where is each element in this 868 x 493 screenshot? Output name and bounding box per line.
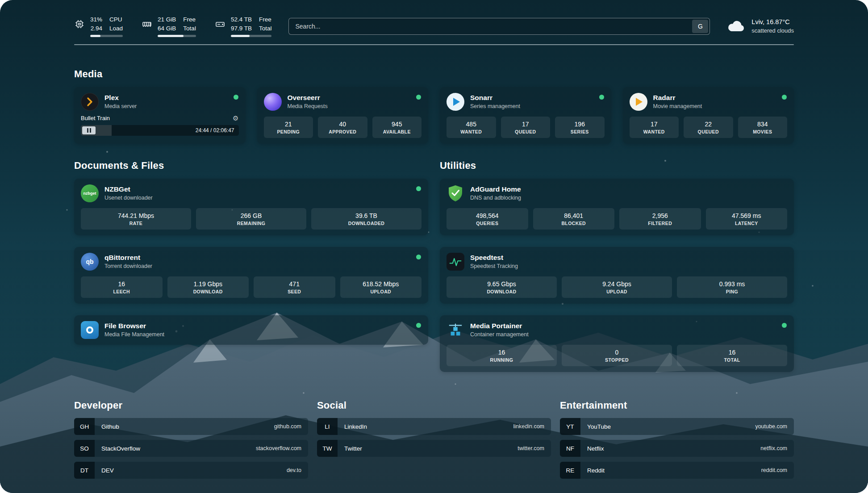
dashboard-screen: 31% 2.94 CPU Load: [0, 0, 868, 493]
bookmark-abbr: SO: [74, 440, 95, 457]
filebrowser-subtitle: Media File Management: [104, 331, 164, 338]
bookmark-linkedin[interactable]: LI LinkedIn linkedin.com: [317, 418, 551, 435]
plex-name: Plex: [104, 93, 137, 103]
stat-tile: 21 PENDING: [264, 117, 313, 138]
speedtest-subtitle: Speedtest Tracking: [470, 263, 518, 270]
search-input[interactable]: [288, 18, 710, 35]
bookmark-dev[interactable]: DT DEV dev.to: [74, 462, 308, 479]
stat-tile: 2,956 FILTERED: [619, 208, 701, 230]
adguard-name: AdGuard Home: [470, 185, 521, 194]
bookmark-github[interactable]: GH Github github.com: [74, 418, 308, 435]
stat-tile: 86,401 BLOCKED: [533, 208, 615, 230]
bookmarks-entertainment: Entertainment YT YouTube youtube.com NF …: [560, 400, 794, 484]
bookmark-twitter[interactable]: TW Twitter twitter.com: [317, 440, 551, 457]
bookmark-reddit[interactable]: RE Reddit reddit.com: [560, 462, 794, 479]
topbar: 31% 2.94 CPU Load: [74, 15, 794, 37]
stat-tile: 17 WANTED: [630, 117, 679, 138]
section-title-developer: Developer: [74, 400, 308, 411]
stat-tile: 9.24 Gbps UPLOAD: [562, 276, 672, 298]
bookmark-abbr: YT: [560, 418, 580, 435]
bookmark-name: DEV: [95, 462, 287, 479]
bookmark-name: Twitter: [338, 440, 517, 457]
bookmark-abbr: RE: [560, 462, 580, 479]
memory-free-value: 21 GiB: [158, 15, 176, 24]
sonarr-status-dot: [599, 95, 604, 100]
stat-tile: 16 RUNNING: [447, 345, 557, 366]
bookmark-abbr: GH: [74, 418, 95, 435]
app-card-adguard[interactable]: AdGuard Home DNS and adblocking 498,564 …: [440, 179, 794, 235]
qbittorrent-icon: qb: [81, 253, 99, 271]
pause-button[interactable]: [82, 126, 96, 134]
disk-free-value: 52.4 TB: [231, 15, 252, 24]
cpu-percent: 31%: [90, 15, 102, 24]
cpu-load-value: 2.94: [91, 24, 102, 33]
adguard-icon: [447, 184, 464, 202]
portainer-subtitle: Container management: [470, 331, 529, 338]
topbar-divider: [74, 44, 794, 45]
stat-tile: 485 WANTED: [447, 117, 496, 138]
memory-icon: [142, 19, 152, 29]
stat-tile: 266 GB REMAINING: [196, 208, 306, 230]
sonarr-subtitle: Series management: [470, 103, 520, 110]
app-card-plex[interactable]: Plex Media server Bullet Train ⚙ 24:44 /…: [74, 87, 246, 144]
section-title-utilities: Utilities: [440, 160, 794, 171]
disk-total-value: 97.9 TB: [231, 24, 252, 33]
app-card-speedtest[interactable]: Speedtest Speedtest Tracking 9.65 Gbps D…: [440, 247, 794, 304]
stat-tile: 0 STOPPED: [562, 345, 672, 366]
middle-columns: Documents & Files nzbget NZBGet Usenet d…: [74, 160, 794, 372]
cpu-label: CPU: [109, 15, 123, 24]
memory-widget: 21 GiB 64 GiB Free Total: [142, 15, 196, 37]
bookmark-youtube[interactable]: YT YouTube youtube.com: [560, 418, 794, 435]
stat-tile: 471 SEED: [254, 276, 335, 298]
bookmark-name: YouTube: [580, 418, 755, 435]
bookmark-name: LinkedIn: [338, 418, 513, 435]
disk-free-label: Free: [259, 15, 272, 24]
bookmark-url: netflix.com: [760, 440, 794, 457]
weather-location-temp: Lviv, 16.87°C: [751, 17, 794, 26]
bookmark-stackoverflow[interactable]: SO StackOverflow stackoverflow.com: [74, 440, 308, 457]
bookmark-abbr: TW: [317, 440, 338, 457]
memory-bar-fill: [158, 35, 183, 37]
cpu-bar: [90, 35, 123, 37]
stat-tile: 9.65 Gbps DOWNLOAD: [447, 276, 557, 298]
bookmark-url: github.com: [274, 418, 308, 435]
stat-tile: 47.569 ms LATENCY: [706, 208, 788, 230]
disk-bar: [231, 35, 272, 37]
app-card-sonarr[interactable]: Sonarr Series management 485 WANTED 17 Q…: [440, 87, 611, 144]
memory-bar: [158, 35, 196, 37]
app-card-qbittorrent[interactable]: qb qBittorrent Torrent downloader 16: [74, 247, 428, 304]
now-playing-progress-bar[interactable]: 24:44 / 02:06:47: [81, 125, 239, 136]
bookmark-url: youtube.com: [755, 418, 794, 435]
qbittorrent-subtitle: Torrent downloader: [104, 263, 152, 270]
memory-free-label: Free: [183, 15, 196, 24]
now-playing-time: 24:44 / 02:06:47: [196, 125, 234, 136]
bookmark-netflix[interactable]: NF Netflix netflix.com: [560, 440, 794, 457]
app-card-filebrowser[interactable]: File Browser Media File Management: [74, 315, 428, 345]
plex-subtitle: Media server: [104, 103, 137, 110]
section-title-documents: Documents & Files: [74, 160, 428, 171]
stat-tile: 17 QUEUED: [501, 117, 551, 138]
overseerr-icon: [264, 93, 282, 111]
stat-tile: 744.21 Mbps RATE: [81, 208, 191, 230]
section-title-social: Social: [317, 400, 551, 411]
portainer-name: Media Portainer: [470, 322, 529, 331]
weather-widget: Lviv, 16.87°C scattered clouds: [727, 17, 794, 34]
gear-icon[interactable]: ⚙: [233, 115, 238, 121]
search-provider-button[interactable]: G: [692, 20, 708, 33]
app-card-portainer[interactable]: Media Portainer Container management 16 …: [440, 315, 794, 372]
speedtest-icon: [447, 253, 464, 271]
section-title-media: Media: [74, 68, 794, 80]
app-card-nzbget[interactable]: nzbget NZBGet Usenet downloader 744.21 M…: [74, 179, 428, 235]
documents-column: Documents & Files nzbget NZBGet Usenet d…: [74, 160, 428, 372]
stat-tile: 22 QUEUED: [684, 117, 733, 138]
app-card-overseerr[interactable]: Overseerr Media Requests 21 PENDING 40 A…: [257, 87, 429, 144]
stat-tile: 0.993 ms PING: [677, 276, 787, 298]
stat-tile: 16 TOTAL: [677, 345, 787, 366]
disk-bar-fill: [231, 35, 250, 37]
cpu-load-label: Load: [109, 24, 123, 33]
app-card-radarr[interactable]: Radarr Movie management 17 WANTED 22 QUE…: [623, 87, 794, 144]
memory-total-label: Total: [183, 24, 196, 33]
disk-icon: [215, 19, 225, 29]
cpu-chip-icon: [74, 19, 85, 29]
adguard-subtitle: DNS and adblocking: [470, 194, 521, 202]
